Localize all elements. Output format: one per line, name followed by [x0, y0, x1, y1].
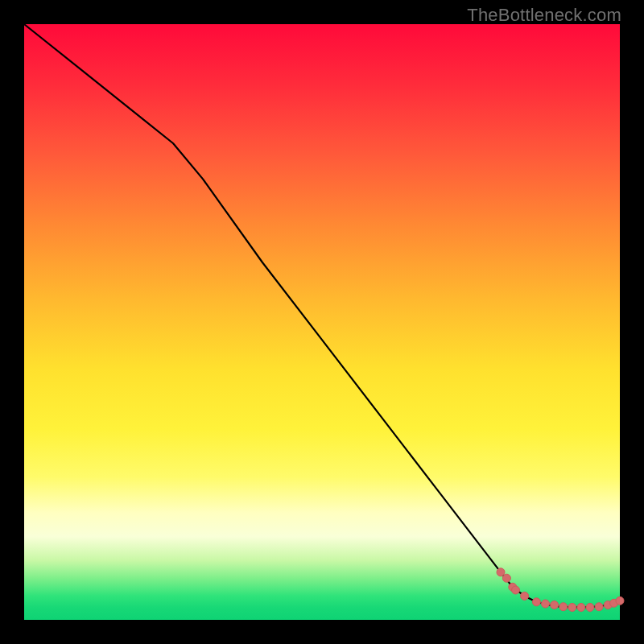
data-point-marker [559, 603, 568, 611]
curve-markers [497, 568, 624, 612]
data-point-marker [595, 603, 603, 611]
data-point-marker [616, 597, 624, 605]
plot-area [24, 24, 620, 620]
data-point-marker [542, 600, 550, 608]
bottleneck-curve [24, 24, 620, 607]
chart-svg [24, 24, 620, 620]
data-point-marker [532, 598, 540, 606]
data-point-marker [521, 592, 529, 600]
data-point-marker [551, 601, 559, 609]
data-point-marker [512, 586, 520, 594]
data-point-marker [586, 603, 594, 611]
data-point-marker [502, 574, 510, 582]
data-point-marker [568, 603, 576, 611]
watermark-text: TheBottleneck.com [467, 5, 621, 26]
data-point-marker [577, 603, 585, 611]
chart-frame: TheBottleneck.com [0, 0, 644, 644]
data-point-marker [497, 568, 505, 576]
